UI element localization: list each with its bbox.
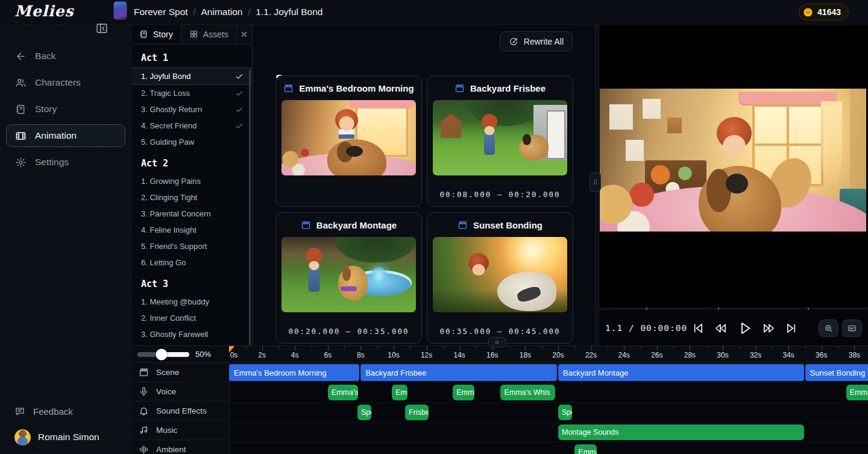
zoom-in-button[interactable] [819,320,838,337]
fast-forward-icon[interactable] [762,321,776,335]
timeline-clip-backyard-montage[interactable]: Backyard Montage [558,364,804,381]
ruler-label: 4s [291,351,299,359]
scene-card-title: Backyard Frisbee [470,83,546,93]
timeline-clip-spo[interactable]: Spo [558,405,572,420]
sidebar-item-back[interactable]: Back [6,45,125,68]
breadcrumb-project[interactable]: Forever Spot [134,7,188,17]
ruler-label: 26s [651,351,662,359]
sidebar-item-label: Animation [35,130,77,141]
scene-card-sunset-bonding[interactable]: Sunset Bonding00:35.000 – 00:45.000 [427,212,573,344]
timeline-clip-montage-sounds[interactable]: Montage Sounds [558,424,804,440]
timeline-clip-spo[interactable]: Spo [357,405,371,420]
scene-list-item-5-friend-s-support[interactable]: 5. Friend's Support [131,238,252,254]
breadcrumb-section[interactable]: Animation [201,7,243,17]
ruler-label: 28s [684,351,696,359]
ruler-label: 14s [454,351,465,359]
collapse-sidebar-icon[interactable] [95,22,108,35]
scene-list-item-2-inner-conflict[interactable]: 2. Inner Conflict [131,310,252,326]
scene-list-item-4-secret-friend[interactable]: 4. Secret Friend [131,118,252,134]
scene-cards-grid: Emma's Bedroom MorningBackyard Frisbee00… [275,75,574,344]
timeline-zoom-value: 50% [195,350,211,359]
scene-list-item-3-ghostly-farewell[interactable]: 3. Ghostly Farewell [131,326,252,342]
video-preview[interactable] [600,89,866,232]
sidebar-item-characters[interactable]: Characters [6,71,125,94]
ruler-label: 38s [849,351,860,359]
scene-card-backyard-frisbee[interactable]: Backyard Frisbee00:08.000 – 00:20.000 [427,75,573,207]
timeline-zoom-slider[interactable] [137,352,189,357]
ruler-tick [854,346,855,350]
clip-label: Emma's Bedroom Morning [234,368,326,377]
user-menu[interactable]: Romain Simon [0,426,131,448]
scene-list-item-1-meeting-buddy[interactable]: 1. Meeting @buddy [131,294,252,310]
scene-card-title: Emma's Bedroom Morning [299,83,414,93]
scene-thumbnail [433,237,567,312]
ruler-label: 16s [486,351,498,359]
timeline-clip-emma-s[interactable]: Emma's [328,385,358,400]
scene-card-title: Backyard Montage [316,220,397,230]
ruler-label: 0s [230,351,238,359]
timeline-ruler[interactable]: 0s2s4s6s8s10s12s14s16s18s20s22s24s26s28s… [229,346,868,364]
timeline-resize-handle[interactable] [488,337,506,347]
slider-thumb[interactable] [156,348,167,360]
timeline-clip-emma[interactable]: Emma [453,385,474,400]
play-icon[interactable] [737,320,753,336]
scene-list-item-5-guiding-paw[interactable]: 5. Guiding Paw [131,134,252,150]
captions-button[interactable] [842,320,862,337]
timeline-clip-emma[interactable]: Emma [392,385,407,400]
clip-label: Backyard Frisbee [365,368,426,377]
track-header-music: Music [131,421,229,440]
panel-resize-handle[interactable] [590,172,601,192]
top-bar: Melies Forever Spot / Animation / 1.1. J… [0,0,868,25]
ruler-label: 18s [520,351,531,359]
timeline-clip-emma-s-bedroom-morning[interactable]: Emma's Bedroom Morning [229,364,359,381]
sidebar-item-label: Settings [35,157,69,168]
scene-card-emma-s-bedroom-morning[interactable]: Emma's Bedroom Morning [275,75,422,207]
tab-assets[interactable]: Assets [181,24,237,44]
scene-list-item-1-joyful-bond[interactable]: 1. Joyful Bond [131,68,252,85]
scene-list-item-3-ghostly-return[interactable]: 3. Ghostly Return [131,101,252,118]
ruler-tick [756,346,756,350]
close-panel-button[interactable] [237,24,252,44]
scene-list-item-label: 2. Inner Conflict [141,314,196,323]
rewrite-all-button[interactable]: Rewrite All [500,31,573,51]
act-header-act-1: Act 1 [131,45,252,68]
scene-list-item-2-tragic-loss[interactable]: 2. Tragic Loss [131,85,252,101]
story-panel-scrollbar[interactable] [249,70,251,345]
sidebar-item-animation[interactable]: Animation [6,124,125,147]
scene-card-backyard-montage[interactable]: Backyard Montage00:20.000 – 00:35.000 [275,212,422,344]
clip-label: Emma's Whis [504,388,550,397]
film-icon [15,130,27,142]
timeline-clip-frisbe[interactable]: Frisbe [405,405,429,420]
sidebar-item-settings[interactable]: Settings [6,151,125,174]
timeline-clip-sunset-bonding[interactable]: Sunset Bonding [805,364,868,381]
clip-label: Frisbe [409,408,429,417]
acts-list: Act 11. Joyful Bond2. Tragic Loss3. Ghos… [131,45,252,345]
breadcrumb-scene[interactable]: 1.1. Joyful Bond [256,7,322,17]
gear-icon [15,157,27,168]
sidebar-item-story[interactable]: Story [6,98,125,121]
timeline-clip-emma[interactable]: Emma [846,385,868,400]
scene-list-item-2-clinging-tight[interactable]: 2. Clinging Tight [131,189,252,206]
scene-list-item-1-growing-pains[interactable]: 1. Growing Pains [131,173,252,189]
scene-list-item-6-letting-go[interactable]: 6. Letting Go [131,254,252,271]
scene-list-item-3-parental-concern[interactable]: 3. Parental Concern [131,206,252,222]
rewrite-all-label: Rewrite All [524,37,564,46]
tab-story[interactable]: Story [131,24,181,44]
scene-list-item-label: 1. Joyful Bond [141,72,190,81]
book-icon [15,104,27,115]
skip-to-end-icon[interactable] [785,321,799,335]
timeline-clip-emma-s-whis[interactable]: Emma's Whis [500,385,555,400]
ruler-tick [377,346,378,348]
feedback-button[interactable]: Feedback [6,401,125,421]
ruler-tick [443,346,444,348]
skip-to-start-icon[interactable] [691,321,705,335]
coin-icon [803,7,813,17]
scene-list-item-4-feline-insight[interactable]: 4. Feline Insight [131,222,252,238]
breadcrumb-separator: / [193,7,196,17]
timeline-clip-emma[interactable]: Emma [574,444,596,454]
credits-badge[interactable]: 41643 [799,4,849,20]
rewind-icon[interactable] [714,321,728,335]
timeline-clip-backyard-frisbee[interactable]: Backyard Frisbee [360,364,557,381]
scene-thumbnail [433,100,567,175]
track-label: Scene [156,368,179,377]
